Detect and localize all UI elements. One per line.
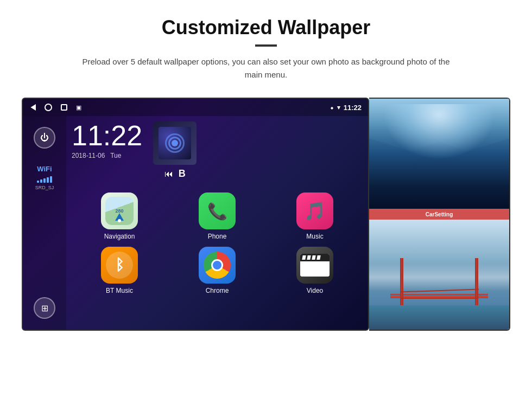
music-label: Music [306,233,323,240]
clapboard-top [300,254,330,261]
bridge-scene-visual [369,220,509,330]
app-item-bt-music[interactable]: ᛒ BT Music [74,247,165,294]
media-art [153,121,197,165]
phone-label: Phone [208,233,227,240]
clapboard-stripe-3 [312,255,315,260]
wallpaper-ice-cave[interactable] [369,99,509,209]
clock-widget: 11:22 2018-11-06 Tue [72,121,142,159]
bridge-tower-left [400,258,403,307]
status-right: ⬥ ▾ 11:22 [330,104,362,112]
power-icon: ⏻ [40,133,49,143]
phone-handset-icon: 📞 [207,202,227,221]
bluetooth-symbol: ᛒ [115,256,124,274]
apps-button[interactable]: ⊞ [34,297,55,319]
wifi-bar-3 [43,178,46,183]
app-item-music[interactable]: 🎵 Music [269,192,360,240]
app-item-video[interactable]: Video [269,247,360,294]
music-icon: 🎵 [296,192,333,229]
navigation-icon: 280 [101,192,138,229]
clapboard-stripe-4 [316,255,320,260]
wifi-widget: WiFi SRD_SJ [35,165,54,190]
location-icon: ⬥ [330,104,334,111]
media-art-inner [159,127,191,159]
android-screen: ▣ ⬥ ▾ 11:22 ⏻ WiFi [22,98,369,331]
chrome-label: Chrome [206,287,229,294]
wifi-bars [35,175,54,183]
ice-light [383,104,495,159]
media-widget: ⏮ B [153,121,197,179]
screenshot-icon: ▣ [76,104,81,111]
clapboard-stripe-2 [307,255,311,260]
car-setting-label: CarSetting [426,211,453,217]
wifi-bar-1 [37,181,39,183]
wallpaper-bridge[interactable] [369,220,509,330]
wifi-bar-4 [47,177,49,183]
title-divider [255,44,277,47]
status-time: 11:22 [344,104,362,112]
bridge-water [369,305,509,330]
screen-content: ⏻ WiFi SRD_SJ ⊞ [23,116,368,330]
clapboard-bottom [300,261,330,277]
chrome-center-circle [211,259,223,271]
clock-time: 11:22 [72,121,142,150]
wifi-ssid: SRD_SJ [35,185,54,190]
app-item-navigation[interactable]: 280 Navigation [74,192,165,240]
sidebar: ⏻ WiFi SRD_SJ ⊞ [23,116,66,330]
bridge-tower-right [475,258,478,307]
app-item-chrome[interactable]: Chrome [172,247,263,294]
bluetooth-icon: ᛒ [106,252,133,279]
media-label: B [179,168,186,179]
bt-music-label: BT Music [106,287,133,294]
phone-icon: 📞 [199,192,236,229]
app-item-phone[interactable]: 📞 Phone [172,192,263,240]
apps-grid-icon: ⊞ [41,303,48,313]
power-button[interactable]: ⏻ [34,127,55,149]
ice-cave-visual [369,99,509,209]
bt-music-icon: ᛒ [101,247,138,284]
media-prev-icon[interactable]: ⏮ [164,169,173,179]
status-bar: ▣ ⬥ ▾ 11:22 [23,99,368,116]
wifi-bar-2 [40,179,42,183]
clock-date: 2018-11-06 Tue [72,152,142,159]
nav-map-bg: 280 [105,197,134,225]
clapboard-stripe-1 [302,255,306,260]
video-icon [296,247,333,284]
wifi-bar-5 [50,176,52,183]
media-signal-icon [165,133,185,153]
wifi-label: WiFi [35,165,54,173]
bridge-main-cable [400,298,479,299]
page-subtitle: Preload over 5 default wallpaper options… [76,55,456,81]
wallpaper-panels: CarSetting [369,98,510,331]
status-left: ▣ [29,104,81,111]
clapboard-icon [300,254,330,277]
chrome-design [204,252,231,279]
car-setting-bar[interactable]: CarSetting [369,209,509,220]
navigation-label: Navigation [104,233,135,240]
bridge-mist [369,264,509,291]
page-wrapper: Customized Wallpaper Preload over 5 defa… [0,0,532,342]
video-label: Video [307,287,323,294]
page-title: Customized Wallpaper [162,16,371,39]
home-nav-icon[interactable] [45,104,52,111]
recent-nav-icon[interactable] [61,104,67,111]
back-nav-icon[interactable] [29,104,36,111]
media-controls: ⏮ B [164,168,186,179]
clock-area: 11:22 2018-11-06 Tue [72,121,363,179]
wifi-status-icon: ▾ [337,104,340,111]
music-note-icon: 🎵 [304,201,326,221]
center-content: 11:22 2018-11-06 Tue [66,116,368,330]
chrome-icon [199,247,236,284]
device-wrapper: ▣ ⬥ ▾ 11:22 ⏻ WiFi [22,98,510,331]
nav-pin-dot [118,219,121,222]
app-grid: 280 Navigation 📞 [72,190,363,297]
